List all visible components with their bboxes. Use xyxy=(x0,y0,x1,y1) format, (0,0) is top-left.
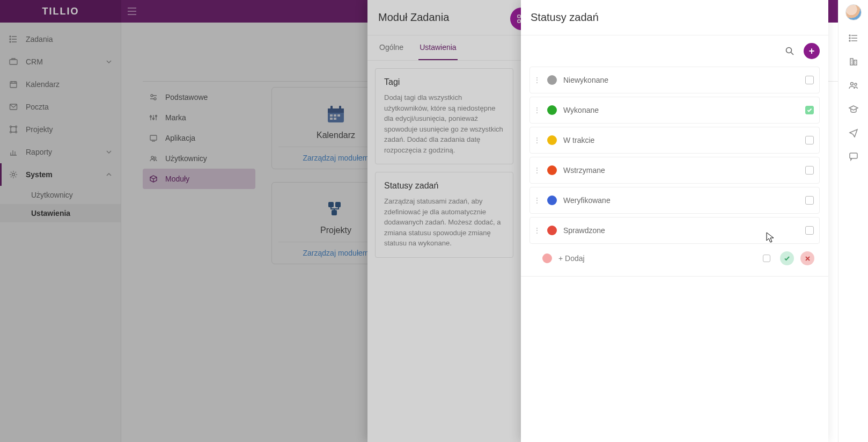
drag-handle-icon[interactable]: ⋮ xyxy=(533,196,541,205)
new-status-input[interactable] xyxy=(558,254,756,263)
status-row[interactable]: ⋮Weryfikowane xyxy=(529,187,820,214)
status-row[interactable]: ⋮Sprawdzone xyxy=(529,217,820,244)
app-icon xyxy=(149,134,159,142)
svg-rect-25 xyxy=(339,106,341,110)
svg-point-41 xyxy=(849,40,850,41)
panel-tab-ogolne[interactable]: Ogólne xyxy=(378,35,404,60)
sliders-icon xyxy=(149,113,159,122)
user-avatar[interactable] xyxy=(845,4,862,20)
sidebar-item-label: Projekty xyxy=(26,125,53,134)
sidebar-item-label: Poczta xyxy=(26,103,49,111)
status-checkbox[interactable] xyxy=(805,76,814,84)
svg-rect-4 xyxy=(10,82,17,88)
cancel-add-button[interactable] xyxy=(800,251,814,265)
status-checkbox[interactable] xyxy=(805,196,814,205)
settings-nav-podstawowe[interactable]: Podstawowe xyxy=(143,87,255,107)
confirm-add-button[interactable] xyxy=(780,251,794,265)
settings-nav-moduly[interactable]: Moduły xyxy=(143,169,255,189)
status-color-dot[interactable] xyxy=(547,195,557,205)
rail-building-icon[interactable] xyxy=(848,56,859,68)
svg-rect-43 xyxy=(854,60,857,65)
rail-list-icon[interactable] xyxy=(848,32,859,44)
status-list: ⋮Niewykonane⋮Wykonane⋮W trakcie⋮Wstrzyma… xyxy=(521,67,828,244)
sidebar-subitem-ustawienia[interactable]: Ustawienia xyxy=(0,204,121,222)
svg-point-2 xyxy=(10,41,11,42)
drag-handle-icon[interactable]: ⋮ xyxy=(533,226,541,235)
drag-handle-icon[interactable]: ⋮ xyxy=(533,106,541,114)
panel-card-title: Statusy zadań xyxy=(384,181,504,191)
panel-statusy-title: Statusy zadań xyxy=(531,11,599,24)
svg-point-20 xyxy=(151,156,153,158)
svg-point-7 xyxy=(16,126,17,128)
search-icon[interactable] xyxy=(782,44,797,59)
panel-card-statusy[interactable]: Statusy zadań Zarządzaj statusami zadań,… xyxy=(375,172,513,258)
rail-graduation-icon[interactable] xyxy=(848,103,859,115)
mail-icon xyxy=(9,102,18,112)
status-row[interactable]: ⋮Wstrzymane xyxy=(529,157,820,184)
rail-chat-icon[interactable] xyxy=(848,150,859,162)
panel-statusy-toolbar: + xyxy=(521,35,828,67)
settings-nav-label: Marka xyxy=(165,113,186,122)
sidebar-item-system[interactable]: System xyxy=(0,163,121,186)
settings-nav-uzytkownicy[interactable]: Użytkownicy xyxy=(143,148,255,169)
brand-logo: TILLIO xyxy=(0,0,121,23)
status-label: Wykonane xyxy=(563,106,599,114)
settings-nav-aplikacja[interactable]: Aplikacja xyxy=(143,128,255,148)
svg-rect-26 xyxy=(330,114,333,117)
panel-tab-ustawienia[interactable]: Ustawienia xyxy=(418,35,457,60)
svg-point-14 xyxy=(151,95,153,97)
settings-nav-icon xyxy=(149,93,159,102)
status-row[interactable]: ⋮W trakcie xyxy=(529,127,820,154)
svg-rect-28 xyxy=(337,114,340,117)
panel-module-tabs: Ogólne Ustawienia xyxy=(367,35,521,61)
users-icon xyxy=(149,154,159,163)
panel-card-tagi[interactable]: Tagi Dodaj tagi dla wszystkich użytkowni… xyxy=(375,68,513,164)
status-color-dot[interactable] xyxy=(547,135,557,145)
settings-nav: Podstawowe Marka Aplikacja Użytkownicy M… xyxy=(143,87,255,264)
add-status-button[interactable]: + xyxy=(804,43,820,59)
svg-point-40 xyxy=(849,38,850,39)
svg-point-15 xyxy=(154,98,156,100)
settings-nav-marka[interactable]: Marka xyxy=(143,107,255,128)
calendar-large-icon xyxy=(323,102,349,127)
status-checkbox[interactable] xyxy=(805,106,814,114)
status-checkbox[interactable] xyxy=(805,226,814,235)
hamburger-icon[interactable] xyxy=(121,0,143,23)
drag-handle-icon[interactable]: ⋮ xyxy=(533,76,541,84)
status-color-dot[interactable] xyxy=(547,165,557,175)
rail-users-icon[interactable] xyxy=(848,79,859,91)
svg-rect-36 xyxy=(518,20,520,23)
sidebar-item-raporty[interactable]: Raporty xyxy=(0,141,121,163)
sidebar-item-label: Raporty xyxy=(26,148,52,156)
status-checkbox[interactable] xyxy=(805,166,814,175)
new-status-color-dot[interactable] xyxy=(542,253,552,263)
status-color-dot[interactable] xyxy=(547,75,557,85)
sidebar-item-poczta[interactable]: Poczta xyxy=(0,96,121,118)
sidebar-item-projekty[interactable]: Projekty xyxy=(0,118,121,141)
status-checkbox[interactable] xyxy=(805,136,814,144)
sidebar-item-crm[interactable]: CRM xyxy=(0,50,121,73)
status-row[interactable]: ⋮Niewykonane xyxy=(529,67,820,93)
new-status-checkbox[interactable] xyxy=(763,255,770,262)
settings-nav-label: Moduły xyxy=(165,175,189,183)
status-label: Weryfikowane xyxy=(563,196,610,205)
sidebar-item-kalendarz[interactable]: Kalendarz xyxy=(0,73,121,96)
chevron-down-icon xyxy=(106,59,112,65)
cube-icon xyxy=(149,175,159,183)
svg-rect-30 xyxy=(334,118,336,120)
svg-point-21 xyxy=(154,157,156,159)
svg-rect-19 xyxy=(150,135,157,140)
svg-point-1 xyxy=(10,39,11,40)
sidebar-item-zadania[interactable]: Zadania xyxy=(0,28,121,50)
settings-nav-label: Użytkownicy xyxy=(165,154,207,163)
drag-handle-icon[interactable]: ⋮ xyxy=(533,136,541,144)
drag-handle-icon[interactable]: ⋮ xyxy=(533,166,541,175)
rail-send-icon[interactable] xyxy=(848,127,859,139)
status-row[interactable]: ⋮Wykonane xyxy=(529,97,820,124)
status-color-dot[interactable] xyxy=(547,105,557,115)
sidebar-subitem-uzytkownicy[interactable]: Użytkownicy xyxy=(0,186,121,204)
svg-rect-3 xyxy=(10,60,17,64)
svg-rect-29 xyxy=(330,118,333,120)
svg-point-44 xyxy=(850,83,853,85)
status-color-dot[interactable] xyxy=(547,226,557,235)
